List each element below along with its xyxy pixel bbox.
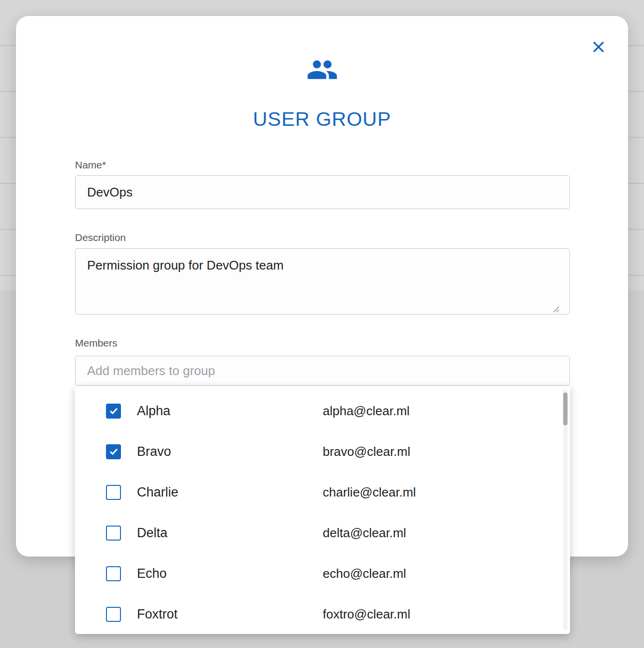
member-row[interactable]: Foxtrot foxtro@clear.ml [75, 594, 570, 634]
member-checkbox[interactable] [106, 485, 121, 500]
description-label: Description [75, 232, 126, 243]
member-row[interactable]: Alpha alpha@clear.ml [75, 391, 570, 431]
member-row[interactable]: Charlie charlie@clear.ml [75, 472, 570, 512]
member-email: foxtro@clear.ml [323, 607, 410, 622]
user-group-icon [16, 54, 628, 86]
member-row[interactable]: Echo echo@clear.ml [75, 553, 570, 594]
member-email: alpha@clear.ml [323, 404, 410, 419]
member-name: Bravo [137, 444, 306, 459]
description-textarea[interactable]: Permission group for DevOps team [75, 248, 570, 315]
name-input[interactable] [75, 175, 570, 209]
name-label: Name* [75, 159, 106, 171]
member-checkbox[interactable] [106, 404, 121, 419]
member-name: Echo [137, 566, 306, 581]
members-dropdown: Alpha alpha@clear.ml Bravo bravo@clear.m… [75, 386, 570, 634]
member-email: delta@clear.ml [323, 526, 406, 541]
members-list: Alpha alpha@clear.ml Bravo bravo@clear.m… [75, 391, 570, 634]
member-email: echo@clear.ml [323, 566, 406, 581]
member-checkbox[interactable] [106, 526, 121, 541]
member-name: Foxtrot [137, 607, 306, 622]
member-email: charlie@clear.ml [323, 485, 416, 500]
members-label: Members [75, 337, 118, 349]
member-email: bravo@clear.ml [323, 444, 410, 459]
close-button[interactable] [590, 39, 607, 56]
member-name: Alpha [137, 404, 306, 419]
member-name: Delta [137, 526, 306, 541]
dropdown-scrollbar-thumb[interactable] [563, 392, 568, 425]
dialog-title: USER GROUP [16, 108, 628, 131]
member-checkbox[interactable] [106, 607, 121, 622]
member-name: Charlie [137, 485, 306, 500]
close-icon [591, 40, 606, 56]
member-checkbox[interactable] [106, 444, 121, 459]
member-row[interactable]: Bravo bravo@clear.ml [75, 431, 570, 472]
dropdown-scrollbar-track[interactable] [563, 390, 568, 630]
members-search-input[interactable] [75, 356, 570, 386]
member-row[interactable]: Delta delta@clear.ml [75, 512, 570, 553]
member-checkbox[interactable] [106, 566, 121, 581]
